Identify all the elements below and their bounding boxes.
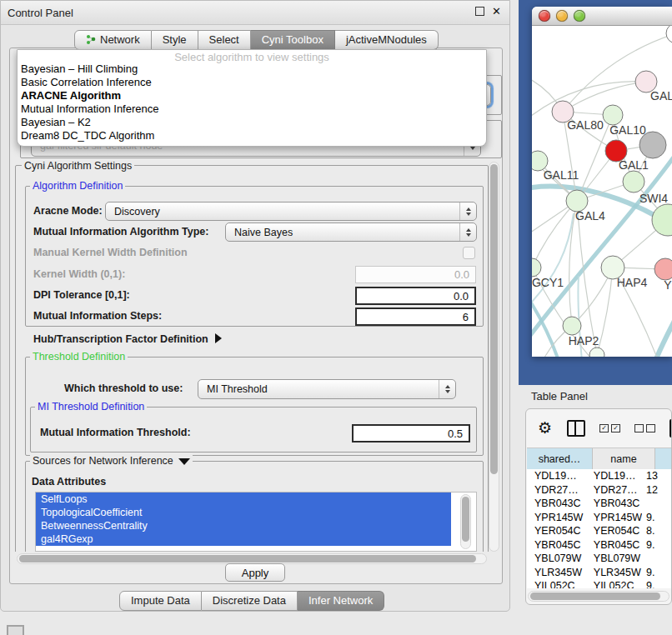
network-node-label: HAP2: [569, 334, 599, 348]
which-threshold-combobox[interactable]: MI Threshold: [198, 379, 456, 399]
settings-viewport: Cyni Algorithm Settings Algorithm Defini…: [10, 160, 489, 552]
table-row[interactable]: YER054CYER054C8.: [527, 524, 672, 538]
mi-threshold-definition-title: MI Threshold Definition: [35, 401, 147, 412]
tab-label: Network: [100, 33, 140, 46]
network-edge[interactable]: [532, 82, 646, 122]
settings-gear-icon[interactable]: ⚙: [538, 420, 552, 437]
attribute-item-betweennesscentrality[interactable]: BetweennessCentrality: [36, 519, 451, 532]
mi-steps-field[interactable]: 6: [355, 308, 476, 326]
table-panel: Table Panel ⚙ ✓✓ shared…name YDL19…YDL19…: [519, 385, 672, 635]
table-row[interactable]: YIL052CYIL052C9.: [527, 579, 672, 588]
column-header-shared[interactable]: shared…: [527, 448, 593, 470]
attribute-item-topologicalcoefficient[interactable]: TopologicalCoefficient: [36, 506, 451, 519]
mi-algorithm-type-combobox[interactable]: Naive Bayes: [225, 222, 477, 242]
data-attributes-label: Data Attributes: [32, 476, 106, 488]
table-cell: 12: [642, 484, 672, 496]
algorithm-option-bayesian-hill-climbing[interactable]: Bayesian – Hill Climbing: [18, 62, 486, 76]
attribute-item-gal4rgexp[interactable]: gal4RGexp: [36, 532, 451, 546]
attributes-list-scrollbar[interactable]: [460, 494, 471, 549]
algorithm-dropdown: Select algorithm to view settings Bayesi…: [17, 49, 487, 147]
screen: Control Panel ✕ NetworkStyleSelectCyni T…: [0, 0, 672, 635]
table-row[interactable]: YBL079WYBL079W: [527, 552, 672, 566]
network-node[interactable]: [589, 348, 604, 357]
network-edge[interactable]: [597, 268, 613, 355]
dpi-tolerance-field[interactable]: 0.0: [355, 287, 476, 305]
table-cell: 9.: [642, 539, 672, 551]
close-icon[interactable]: ✕: [492, 6, 501, 17]
tab-jactivemnodules[interactable]: jActiveMNodules: [335, 30, 439, 50]
dpi-tolerance-label: DPI Tolerance [0,1]:: [33, 289, 130, 301]
algorithm-option-bayesian-k2[interactable]: Bayesian – K2: [18, 116, 486, 129]
algorithm-option-aracne-algorithm[interactable]: ARACNE Algorithm: [18, 89, 486, 102]
tab-select[interactable]: Select: [198, 30, 251, 50]
column-header-clipped[interactable]: [655, 448, 672, 470]
tab-label: Infer Network: [308, 594, 373, 607]
mi-threshold-label: Mutual Information Threshold:: [40, 427, 191, 438]
control-panel-tabs: NetworkStyleSelectCyni ToolboxjActiveMNo…: [74, 30, 439, 50]
expand-right-icon: [215, 333, 222, 343]
table-row[interactable]: YBR043CYBR043C: [527, 497, 672, 511]
control-panel-title: Control Panel: [1, 7, 73, 19]
bottom-tab-infer-network[interactable]: Infer Network: [298, 591, 384, 611]
table-horizontal-scrollbar[interactable]: [528, 591, 669, 602]
deselect-all-checks-icon[interactable]: [634, 424, 655, 432]
table-toolbar: ⚙ ✓✓: [526, 416, 672, 441]
window-close-icon[interactable]: [539, 10, 550, 22]
table-cell: 9.: [642, 580, 672, 588]
threshold-definition-title: Threshold Definition: [30, 351, 128, 362]
table-row[interactable]: YDR27…YDR27…12: [527, 483, 672, 498]
select-all-checks-icon[interactable]: ✓✓: [599, 424, 620, 432]
network-node[interactable]: [666, 26, 672, 43]
network-node-gal1[interactable]: [623, 171, 644, 192]
float-window-icon[interactable]: [475, 7, 484, 16]
tab-cyni-toolbox[interactable]: Cyni Toolbox: [251, 30, 335, 50]
network-icon: [86, 34, 97, 45]
hub-tf-definition-toggle[interactable]: Hub/Transcription Factor Definition: [33, 333, 222, 345]
control-panel-bottom-tabs: Impute DataDiscretize DataInfer Network: [119, 591, 384, 611]
settings-vertical-scrollbar[interactable]: [489, 162, 499, 552]
column-header-name[interactable]: name: [593, 448, 655, 470]
tab-style[interactable]: Style: [152, 30, 198, 50]
table-row[interactable]: YLR345WYLR345W9.: [527, 566, 672, 580]
table-row[interactable]: YDL19…YDL19…13: [527, 469, 672, 483]
network-edge-highlighted[interactable]: [532, 291, 559, 357]
algorithm-option-dream8-dc-tdc-algorithm[interactable]: Dream8 DC_TDC Algorithm: [18, 129, 486, 142]
kernel-width-field[interactable]: 0.0: [355, 266, 476, 283]
tab-label: Select: [209, 33, 239, 46]
split-columns-icon[interactable]: [567, 420, 585, 437]
table-cell: YLR345W: [586, 567, 642, 578]
network-edge-highlighted[interactable]: [655, 312, 672, 357]
mi-threshold-field[interactable]: 0.5: [352, 424, 470, 442]
network-node-label: GAL10: [609, 123, 646, 137]
network-node-label: Y: [664, 278, 672, 292]
network-node-label: HAP4: [617, 276, 648, 289]
attribute-item-selfloops[interactable]: SelfLoops: [36, 492, 451, 506]
network-canvas[interactable]: GAL7GAL80GAL10GAL11GAL1SWI4GAL4GCY1HAP4Y…: [532, 26, 672, 357]
bottom-tab-discretize-data[interactable]: Discretize Data: [202, 591, 298, 611]
network-window-titlebar: [532, 7, 672, 26]
minimized-panel-icon[interactable]: [7, 625, 24, 635]
control-panel: Control Panel ✕ NetworkStyleSelectCyni T…: [0, 0, 510, 612]
sources-title[interactable]: Sources for Network Inference: [30, 455, 193, 467]
bottom-tab-impute-data[interactable]: Impute Data: [119, 591, 202, 611]
window-minimize-icon[interactable]: [556, 10, 568, 22]
apply-button[interactable]: Apply: [225, 563, 285, 582]
manual-kernel-width-checkbox[interactable]: [463, 247, 475, 259]
algorithm-dropdown-list: Bayesian – Hill ClimbingBasic Correlatio…: [18, 62, 486, 142]
aracne-mode-combobox[interactable]: Discovery: [105, 202, 477, 221]
tab-label: Impute Data: [131, 594, 190, 607]
tab-network[interactable]: Network: [74, 30, 152, 50]
network-node-label: GAL80: [567, 118, 604, 132]
tab-label: Discretize Data: [213, 594, 286, 607]
table-header: shared…name: [527, 448, 672, 471]
kernel-width-label: Kernel Width (0,1):: [33, 268, 125, 280]
algorithm-option-basic-correlation-inference[interactable]: Basic Correlation Inference: [18, 76, 486, 89]
network-node-y[interactable]: [654, 258, 672, 280]
network-node-gal10[interactable]: [603, 105, 623, 125]
table-row[interactable]: YBR045CYBR045C9.: [527, 538, 672, 552]
network-node-hap2[interactable]: [563, 317, 581, 335]
table-row[interactable]: YPR145WYPR145W9.: [527, 511, 672, 525]
algorithm-option-mutual-information-inference[interactable]: Mutual Information Inference: [18, 102, 486, 116]
window-zoom-icon[interactable]: [574, 10, 585, 22]
network-node-gcy1[interactable]: [532, 258, 541, 277]
